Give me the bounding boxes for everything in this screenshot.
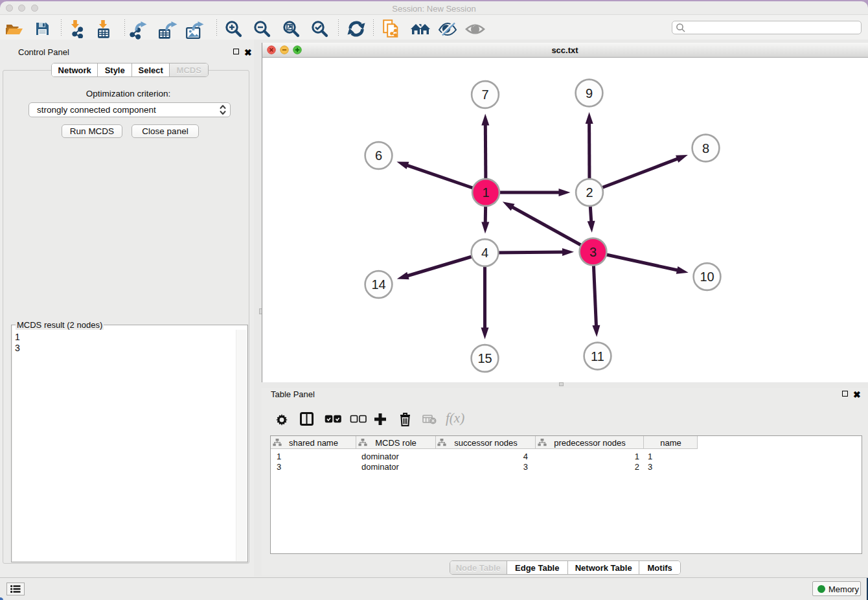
svg-text:14: 14 — [371, 277, 385, 292]
svg-text:8: 8 — [702, 141, 709, 156]
svg-text:2: 2 — [586, 185, 593, 200]
svg-text:6: 6 — [375, 148, 382, 163]
svg-text:4: 4 — [481, 246, 488, 260]
svg-text:3: 3 — [589, 245, 597, 259]
svg-text:9: 9 — [586, 86, 593, 100]
svg-text:15: 15 — [477, 351, 492, 365]
svg-text:11: 11 — [591, 349, 604, 363]
svg-text:7: 7 — [481, 87, 488, 102]
svg-text:1: 1 — [482, 185, 489, 200]
svg-text:10: 10 — [700, 270, 714, 284]
